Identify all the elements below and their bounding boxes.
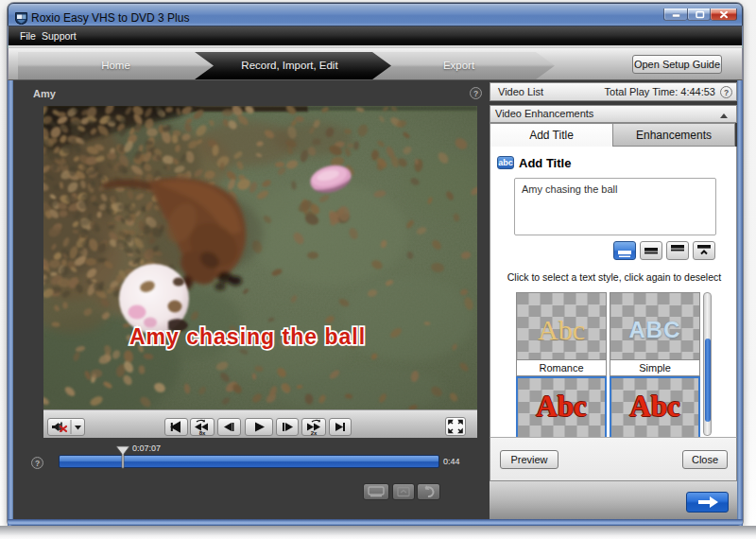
svg-text:Amy chasing the ball: Amy chasing the ball	[129, 324, 366, 349]
svg-text:2x: 2x	[311, 430, 318, 436]
svg-text:8x: 8x	[199, 430, 206, 436]
